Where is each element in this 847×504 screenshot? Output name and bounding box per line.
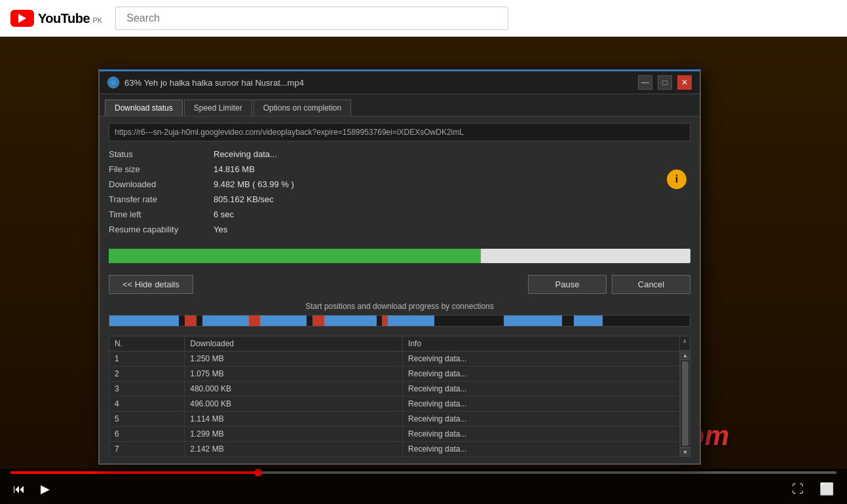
dialog-title-left: 63% Yeh jo halka halka suroor hai Nusrat… <box>107 77 304 88</box>
youtube-logo-icon <box>10 10 34 27</box>
dialog-title-controls: — □ ✕ <box>638 75 692 90</box>
info-icon[interactable]: i <box>667 170 687 189</box>
cell-downloaded: 1.114 MB <box>185 412 403 427</box>
cell-n: 4 <box>109 397 185 412</box>
cell-downloaded: 2.142 MB <box>185 442 403 457</box>
table-row: 5 1.114 MB Receiving data... <box>109 412 690 427</box>
status-value-3: 805.162 KB/sec <box>214 193 690 206</box>
maximize-button[interactable]: □ <box>658 75 672 90</box>
connections-bar <box>109 315 690 327</box>
status-label-5: Resume capability <box>109 223 214 236</box>
cell-info: Receiving data... <box>403 367 680 382</box>
connections-section: Start positions and download progress by… <box>100 299 700 336</box>
video-area: CrackProPc.com ⏮ ▶ ⛶ ⬜ <box>0 37 847 504</box>
youtube-logo: YouTube PK <box>10 10 102 27</box>
skip-back-button[interactable]: ⏮ <box>10 480 28 499</box>
status-label-0: Status <box>109 148 214 160</box>
download-dialog: 63% Yeh jo halka halka suroor hai Nusrat… <box>98 69 701 465</box>
cell-n: 2 <box>109 367 185 382</box>
cell-downloaded: 1.299 MB <box>185 427 403 442</box>
cell-n: 6 <box>109 427 185 442</box>
status-value-2: 9.482 MB ( 63.99 % ) <box>214 178 690 190</box>
cancel-button[interactable]: Cancel <box>612 275 690 294</box>
table-row: 1 1.250 MB Receiving data... <box>109 351 690 367</box>
video-button-row: ⏮ ▶ ⛶ ⬜ <box>10 479 837 499</box>
download-table-section: N. Downloaded Info ∧ 1 1.250 MB <box>100 336 700 463</box>
video-progress-fill <box>10 471 258 474</box>
main-progress-bar <box>109 249 690 263</box>
cell-n: 5 <box>109 412 185 427</box>
status-label-4: Time left <box>109 208 214 221</box>
youtube-header: YouTube PK <box>0 0 847 37</box>
table-row: 2 1.075 MB Receiving data... <box>109 367 690 382</box>
button-row: << Hide details Pause Cancel <box>100 270 700 299</box>
tab-download-status[interactable]: Download status <box>105 99 183 116</box>
table-row: 3 480.000 KB Receiving data... <box>109 382 690 397</box>
cell-info: Receiving data... <box>403 412 680 427</box>
status-value-0: Receiving data... <box>214 148 690 160</box>
scroll-up-button[interactable]: ▲ <box>681 351 690 360</box>
youtube-background: YouTube PK CrackProPc.com ⏮ ▶ ⛶ ⬜ <box>0 0 847 504</box>
cell-n: 3 <box>109 382 185 397</box>
youtube-logo-pk: PK <box>93 16 103 24</box>
pause-button[interactable]: Pause <box>528 275 607 294</box>
scroll-down-button[interactable]: ▼ <box>681 447 690 456</box>
cell-downloaded: 480.000 KB <box>185 382 403 397</box>
aspect-ratio-button[interactable]: ⬜ <box>817 479 837 499</box>
tab-speed-limiter[interactable]: Speed Limiter <box>184 99 252 116</box>
tab-options-completion[interactable]: Options on completion <box>254 99 351 116</box>
minimize-button[interactable]: — <box>638 75 652 90</box>
status-label-2: Downloaded <box>109 178 214 190</box>
fullscreen-button[interactable]: ⛶ <box>789 480 806 499</box>
cell-n: 7 <box>109 442 185 457</box>
cell-info: Receiving data... <box>403 382 680 397</box>
globe-icon <box>107 77 119 88</box>
video-progress-bar[interactable] <box>10 471 837 474</box>
status-value-1: 14.816 MB <box>214 163 690 175</box>
scroll-thumb <box>682 361 688 446</box>
col-header-info: Info <box>403 336 680 351</box>
cell-info: Receiving data... <box>403 351 680 367</box>
col-header-n: N. <box>109 336 185 351</box>
col-header-downloaded: Downloaded <box>185 336 403 351</box>
table-row: 7 2.142 MB Receiving data... <box>109 442 690 457</box>
cell-info: Receiving data... <box>403 397 680 412</box>
video-right-controls: ⛶ ⬜ <box>789 479 837 499</box>
scrollbar[interactable]: ▲ ▼ <box>680 350 690 457</box>
connections-label: Start positions and download progress by… <box>109 302 690 311</box>
status-value-4: 6 sec <box>214 208 690 221</box>
hide-details-button[interactable]: << Hide details <box>109 275 193 294</box>
status-label-1: File size <box>109 163 214 175</box>
status-label-3: Transfer rate <box>109 193 214 206</box>
status-value-5: Yes <box>214 223 690 236</box>
status-grid: Status Receiving data... File size 14.81… <box>109 148 690 236</box>
video-progress-dot <box>254 469 262 477</box>
cell-downloaded: 496.000 KB <box>185 397 403 412</box>
close-button[interactable]: ✕ <box>677 75 692 90</box>
dialog-titlebar: 63% Yeh jo halka halka suroor hai Nusrat… <box>100 71 700 94</box>
search-input[interactable] <box>115 7 508 30</box>
col-header-scroll: ∧ <box>680 336 690 351</box>
table-row: 6 1.299 MB Receiving data... <box>109 427 690 442</box>
dialog-title-text: 63% Yeh jo halka halka suroor hai Nusrat… <box>124 78 304 88</box>
cell-downloaded: 1.075 MB <box>185 367 403 382</box>
download-table: N. Downloaded Info ∧ 1 1.250 MB <box>109 336 690 457</box>
cell-info: Receiving data... <box>403 427 680 442</box>
cell-n: 1 <box>109 351 185 367</box>
play-button[interactable]: ▶ <box>38 479 52 499</box>
cell-info: Receiving data... <box>403 442 680 457</box>
video-controls: ⏮ ▶ ⛶ ⬜ <box>0 469 847 504</box>
url-bar: https://r6---sn-2uja-h0ml.googlevideo.co… <box>109 123 690 141</box>
cell-downloaded: 1.250 MB <box>185 351 403 367</box>
youtube-logo-text: YouTube <box>38 11 90 26</box>
progress-section <box>100 249 700 270</box>
table-row: 4 496.000 KB Receiving data... <box>109 397 690 412</box>
dialog-tabs: Download status Speed Limiter Options on… <box>100 94 700 117</box>
main-progress-fill <box>109 249 481 263</box>
dialog-content: https://r6---sn-2uja-h0ml.googlevideo.co… <box>100 117 700 249</box>
